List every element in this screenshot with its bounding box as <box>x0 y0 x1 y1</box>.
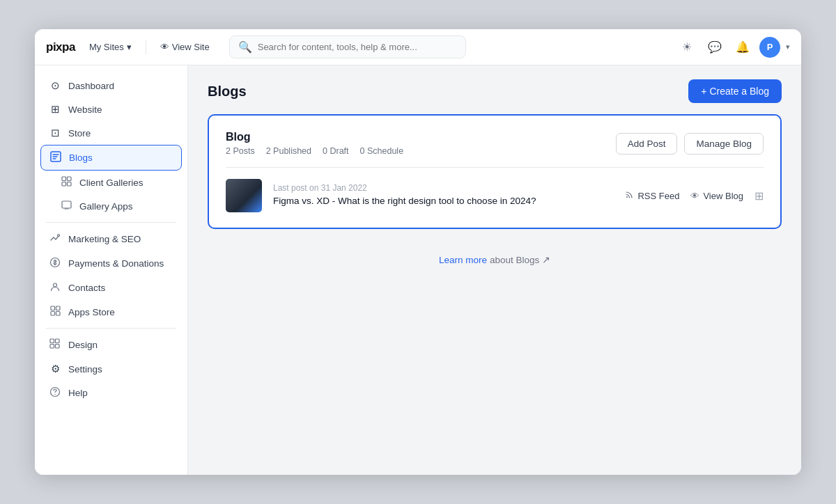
avatar-chevron-icon[interactable]: ▾ <box>786 42 790 52</box>
theme-toggle-button[interactable]: ☀ <box>676 36 698 58</box>
my-sites-label: My Sites <box>89 42 124 52</box>
sidebar-item-apps-store-label: Apps Store <box>68 307 115 317</box>
post-info: Last post on 31 Jan 2022 Figma vs. XD - … <box>273 183 614 208</box>
client-galleries-icon <box>60 176 72 189</box>
published-count: 2 Published <box>266 146 311 156</box>
rss-icon <box>625 190 634 201</box>
content-area: Blogs + Create a Blog Blog 2 Posts 2 Pub… <box>188 65 801 475</box>
grid-options-icon[interactable]: ⊞ <box>754 189 764 203</box>
sidebar-item-dashboard-label: Dashboard <box>68 81 114 91</box>
sidebar-item-help-label: Help <box>68 388 88 398</box>
sidebar-item-help[interactable]: Help <box>35 381 187 405</box>
svg-point-8 <box>54 283 57 287</box>
my-sites-nav[interactable]: My Sites ▾ <box>84 39 137 55</box>
chat-button[interactable]: 💬 <box>704 36 726 58</box>
learn-more-text: about Blogs ↗ <box>490 255 550 265</box>
svg-rect-11 <box>51 312 55 316</box>
help-icon <box>49 386 61 400</box>
header-divider-1 <box>146 40 146 54</box>
blog-card-top: Blog 2 Posts 2 Published 0 Draft 0 Sched… <box>226 131 764 156</box>
apps-store-icon <box>49 306 61 318</box>
svg-rect-2 <box>67 177 71 181</box>
sidebar-item-client-galleries-label: Client Galleries <box>79 178 144 188</box>
sidebar-item-apps-store[interactable]: Apps Store <box>35 300 187 324</box>
sidebar-item-settings-label: Settings <box>68 364 102 375</box>
svg-point-6 <box>58 235 60 237</box>
store-icon: ⊡ <box>49 127 61 139</box>
main-layout: ⊙ Dashboard ⊞ Website ⊡ Store Blogs <box>35 65 801 475</box>
marketing-icon <box>49 233 61 246</box>
sidebar-item-store-label: Store <box>68 128 91 139</box>
blog-card-info: Blog 2 Posts 2 Published 0 Draft 0 Sched… <box>226 131 403 156</box>
sidebar-item-marketing-seo[interactable]: Marketing & SEO <box>35 227 187 251</box>
search-icon: 🔍 <box>238 40 252 54</box>
blog-name: Blog <box>226 131 403 143</box>
blog-card: Blog 2 Posts 2 Published 0 Draft 0 Sched… <box>208 114 782 229</box>
sidebar-item-gallery-apps[interactable]: Gallery Apps <box>35 194 187 218</box>
post-thumbnail-image <box>226 179 262 212</box>
blog-post-row: Last post on 31 Jan 2022 Figma vs. XD - … <box>226 179 764 212</box>
sidebar-item-payments[interactable]: Payments & Donations <box>35 251 187 276</box>
svg-rect-13 <box>50 339 54 343</box>
svg-point-18 <box>54 394 55 395</box>
sidebar-item-marketing-label: Marketing & SEO <box>68 234 141 244</box>
draft-count: 0 Draft <box>323 146 349 156</box>
sidebar-item-contacts[interactable]: Contacts <box>35 276 187 300</box>
sidebar-item-client-galleries[interactable]: Client Galleries <box>35 171 187 194</box>
eye-icon: 👁 <box>160 42 169 52</box>
view-blog-label: View Blog <box>703 191 743 201</box>
notifications-button[interactable]: 🔔 <box>732 36 754 58</box>
blog-meta: 2 Posts 2 Published 0 Draft 0 Schedule <box>226 146 403 156</box>
blog-divider <box>226 167 764 168</box>
sidebar-item-dashboard[interactable]: ⊙ Dashboard <box>35 74 187 97</box>
svg-rect-5 <box>62 201 71 208</box>
blog-card-actions: Add Post Manage Blog <box>616 133 764 155</box>
sidebar-item-blogs-label: Blogs <box>69 152 93 163</box>
learn-more-link[interactable]: Learn more <box>439 255 487 265</box>
settings-icon: ⚙ <box>49 363 61 375</box>
rss-feed-link[interactable]: RSS Feed <box>625 190 679 201</box>
rss-feed-label: RSS Feed <box>637 191 679 201</box>
manage-blog-button[interactable]: Manage Blog <box>684 133 764 155</box>
website-icon: ⊞ <box>49 103 61 116</box>
create-blog-button[interactable]: + Create a Blog <box>688 79 782 103</box>
avatar[interactable]: P <box>759 37 780 58</box>
app-header: pixpa My Sites ▾ 👁 View Site 🔍 ☀ 💬 🔔 P ▾ <box>35 29 801 65</box>
chevron-down-icon: ▾ <box>127 42 132 52</box>
sidebar-item-design[interactable]: Design <box>35 333 187 357</box>
svg-rect-3 <box>62 182 66 187</box>
sidebar-item-design-label: Design <box>68 340 98 350</box>
sidebar-item-settings[interactable]: ⚙ Settings <box>35 357 187 381</box>
header-actions: ☀ 💬 🔔 P ▾ <box>676 36 790 58</box>
view-site-nav[interactable]: 👁 View Site <box>155 39 215 55</box>
search-input[interactable] <box>258 42 457 52</box>
svg-rect-10 <box>56 306 60 310</box>
view-blog-link[interactable]: 👁 View Blog <box>690 191 743 201</box>
payments-icon <box>49 257 61 270</box>
design-icon <box>49 338 61 352</box>
sidebar-item-store[interactable]: ⊡ Store <box>35 121 187 145</box>
svg-rect-16 <box>56 345 60 349</box>
schedule-count: 0 Schedule <box>360 146 404 156</box>
contacts-icon <box>49 281 61 294</box>
sidebar: ⊙ Dashboard ⊞ Website ⊡ Store Blogs <box>35 65 188 475</box>
svg-rect-1 <box>62 177 66 181</box>
search-bar[interactable]: 🔍 <box>229 36 466 58</box>
sidebar-divider-1 <box>46 222 176 223</box>
view-site-label: View Site <box>172 42 210 52</box>
svg-rect-9 <box>51 306 55 310</box>
view-icon: 👁 <box>690 191 699 201</box>
logo: pixpa <box>46 40 75 54</box>
post-links: RSS Feed 👁 View Blog ⊞ <box>625 189 764 203</box>
blogs-icon <box>49 151 62 164</box>
sidebar-item-contacts-label: Contacts <box>68 283 105 293</box>
sidebar-item-website[interactable]: ⊞ Website <box>35 97 187 121</box>
svg-rect-4 <box>67 182 71 187</box>
sidebar-item-blogs[interactable]: Blogs <box>40 145 182 171</box>
post-title: Figma vs. XD - What is the right design … <box>273 195 614 208</box>
svg-rect-12 <box>56 312 60 316</box>
posts-count: 2 Posts <box>226 146 255 156</box>
gallery-apps-icon <box>60 200 72 212</box>
add-post-button[interactable]: Add Post <box>616 133 678 155</box>
content-header: Blogs + Create a Blog <box>188 65 801 114</box>
